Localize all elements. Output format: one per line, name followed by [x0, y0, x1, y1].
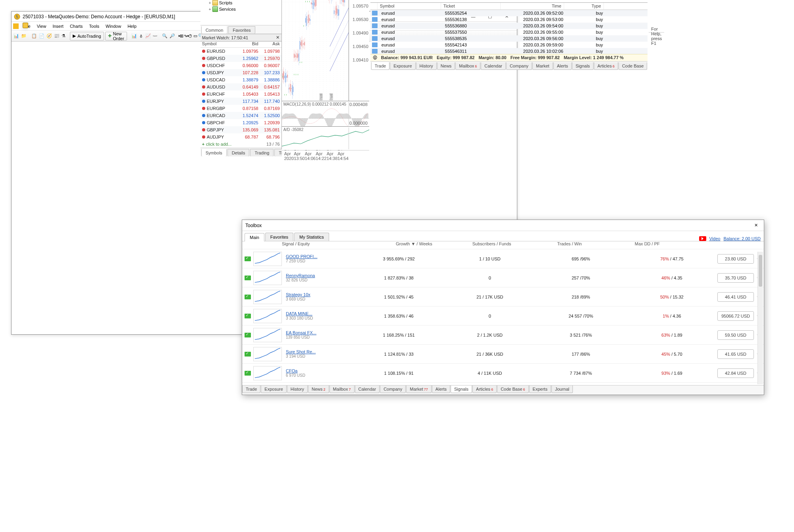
terminal-tab-alerts[interactable]: Alerts — [553, 62, 572, 70]
shift-chart-button[interactable]: ⇤ ∿ ⏱ ▭ 🔍 2 — [191, 32, 199, 40]
terminal-tab-mailbox[interactable]: Mailbox6 — [455, 62, 480, 70]
toolbox-window[interactable]: Toolbox ✕ MainFavoritesMy Statistics Vid… — [242, 220, 764, 395]
terminal-tab-market[interactable]: Market — [532, 62, 553, 70]
col-ticket[interactable]: Ticket — [441, 3, 501, 10]
tick-chart-button[interactable]: 〰 — [152, 32, 158, 40]
market-watch-close-icon[interactable]: ✕ — [275, 35, 281, 40]
symbol-row-gbpjpy[interactable]: GBPJPY135.069135.081 — [200, 126, 281, 133]
symbol-row-usdchf[interactable]: USDCHF0.960000.96007 — [200, 62, 281, 69]
menu-help[interactable]: Help — [124, 23, 140, 30]
signal-row[interactable]: Strategy 10x3 669 USD 1 501.92% / 45 21 … — [242, 287, 764, 306]
terminal-tab-company[interactable]: Company — [506, 62, 532, 70]
toolbox-tab-main[interactable]: Main — [245, 233, 264, 241]
navigator-tree[interactable]: MetaTrader 5+Accounts+Subscriptions-Indi… — [200, 0, 281, 25]
symbol-row-eurcad[interactable]: EURCAD1.524741.52500 — [200, 112, 281, 119]
balance-link[interactable]: Balance: 2.00 USD — [723, 236, 761, 241]
trade-row[interactable]: eurusd5555385352020.03.26 09:56:00buy — [370, 35, 648, 42]
col-growth[interactable]: Growth ▼ / Weeks — [375, 241, 453, 249]
subscribe-price-button[interactable]: 41.65 USD — [717, 349, 754, 359]
mw-tab-trading[interactable]: Trading — [250, 149, 274, 156]
symbol-row-usdjpy[interactable]: USDJPY107.228107.233 — [200, 69, 281, 76]
signal-row[interactable]: RennyRamona32 826 USD 1 827.83% / 38 0 2… — [242, 268, 764, 287]
symbol-row-gbpusd[interactable]: GBPUSD1.259621.25970 — [200, 55, 281, 62]
terminal-tab-calendar[interactable]: Calendar — [481, 62, 506, 70]
toolbox-bottom-tab-journal[interactable]: Journal — [551, 386, 573, 393]
toolbox-bottom-tab-experts[interactable]: Experts — [529, 386, 551, 393]
menu-view[interactable]: View — [34, 23, 50, 30]
subscribe-price-button[interactable]: 23.80 USD — [717, 254, 754, 264]
col-time[interactable]: Time — [501, 3, 564, 10]
toolbox-bottom-tab-company[interactable]: Company — [380, 386, 406, 393]
toolbox-bottom-tab-mailbox[interactable]: Mailbox7 — [330, 386, 355, 393]
symbol-row-eurchf[interactable]: EURCHF1.054031.05413 — [200, 91, 281, 98]
profiles-button[interactable]: 📁 — [21, 32, 27, 40]
terminal-tab-code base[interactable]: Code Base — [619, 62, 647, 70]
video-link[interactable]: Video — [709, 236, 721, 241]
col-bid[interactable]: Bid — [237, 41, 258, 47]
trade-row[interactable]: eurusd5555375502020.03.26 09:55:00buy — [370, 29, 648, 35]
terminal-tab-signals[interactable]: Signals — [572, 62, 594, 70]
col-signal-equity[interactable]: Signal / Equity — [282, 241, 375, 249]
signal-name[interactable]: Sure Shot Re... — [286, 349, 353, 354]
subscribe-price-button[interactable]: 42.84 USD — [717, 368, 754, 378]
terminal-button[interactable]: 📰 — [54, 32, 60, 40]
symbol-row-usdcad[interactable]: USDCAD1.388791.38886 — [200, 76, 281, 83]
toolbox-bottom-tab-news[interactable]: News2 — [308, 386, 329, 393]
periods-button[interactable]: ⏱ — [188, 32, 193, 40]
toolbox-bottom-tab-market[interactable]: Market77 — [406, 386, 432, 393]
mw-tab-details[interactable]: Details — [227, 149, 250, 156]
signals-rows[interactable]: GOOD PROFI...7 259 USD 3 955.69% / 292 1… — [242, 249, 764, 385]
menu-charts[interactable]: Charts — [67, 23, 86, 30]
menu-window[interactable]: Window — [102, 23, 124, 30]
col-trades[interactable]: Trades / Win — [531, 241, 609, 249]
market-watch-add[interactable]: +click to add... 13 / 76 — [200, 141, 281, 148]
trade-row[interactable]: eurusd5555368802020.03.26 09:54:00buy — [370, 23, 648, 29]
subscribe-price-button[interactable]: 95066.72 USD — [717, 311, 754, 321]
signal-row[interactable]: GOOD PROFI...7 259 USD 3 955.69% / 292 1… — [242, 249, 764, 268]
symbol-row-eurgbp[interactable]: EURGBP0.871580.87169 — [200, 105, 281, 112]
symbol-row-gbpchf[interactable]: GBPCHF1.209251.20939 — [200, 119, 281, 126]
mw-tab-symbols[interactable]: Symbols — [201, 149, 227, 156]
trade-row[interactable]: eurusd5555463112020.03.26 10:02:06buy — [370, 48, 648, 54]
signal-name[interactable]: RennyRamona — [286, 273, 353, 278]
trade-row[interactable]: eurusd5555421432020.03.26 09:59:00buy — [370, 42, 648, 48]
terminal-tab-articles[interactable]: Articles6 — [594, 62, 618, 70]
toolbox-bottom-tab-exposure[interactable]: Exposure — [261, 386, 286, 393]
symbol-row-eurusd[interactable]: EURUSD1.097951.09798 — [200, 48, 281, 55]
data-window-button[interactable]: 📄 — [39, 32, 45, 40]
toolbox-tab-my-statistics[interactable]: My Statistics — [294, 233, 329, 241]
signal-name[interactable]: CFOa — [286, 368, 353, 373]
menu-tools[interactable]: Tools — [86, 23, 102, 30]
subscribe-price-button[interactable]: 46.41 USD — [717, 292, 754, 302]
candlestick-button[interactable]: 🕯 — [139, 32, 144, 40]
zoom-in-button[interactable]: 🔍 — [162, 32, 168, 40]
toolbox-bottom-tab-calendar[interactable]: Calendar — [355, 386, 380, 393]
autotrading-button[interactable]: ▶ AutoTrading — [70, 32, 104, 40]
bar-chart-button[interactable]: 📊 — [131, 32, 137, 40]
zoom-out-button[interactable]: 🔎 — [169, 32, 175, 40]
strategy-tester-button[interactable]: ⚗ — [61, 32, 66, 40]
signal-row[interactable]: Sure Shot Re...3 194 USD 1 124.81% / 33 … — [242, 345, 764, 364]
tree-node-services[interactable]: +Services — [200, 6, 281, 12]
col-subscribers[interactable]: Subscribers / Funds — [453, 241, 531, 249]
col-symbol[interactable]: Symbol — [202, 41, 237, 47]
market-watch-header[interactable]: Market Watch: 17:50:41 ✕ — [200, 34, 281, 41]
subscribe-price-button[interactable]: 59.50 USD — [717, 330, 754, 340]
expand-icon[interactable]: + — [208, 7, 212, 12]
toolbox-tab-favorites[interactable]: Favorites — [265, 233, 293, 241]
signal-name[interactable]: EA Bonsai FX... — [286, 330, 353, 335]
nav-tab-favorites[interactable]: Favorites — [228, 26, 255, 34]
chart-canvas[interactable]: 15:30 15:56 SELL ▾ 1.00 BUY — [282, 0, 369, 101]
expand-icon[interactable]: + — [208, 1, 212, 5]
signal-row[interactable]: CFOa6 970 USD 1 108.15% / 91 4 / 11K USD… — [242, 364, 764, 383]
indicators-button[interactable]: ∿ — [183, 32, 188, 40]
new-chart-button[interactable]: 📊 — [13, 32, 19, 40]
toolbox-bottom-tab-history[interactable]: History — [287, 386, 308, 393]
toolbox-bottom-tab-alerts[interactable]: Alerts — [432, 386, 450, 393]
col-symbol[interactable]: Symbol — [378, 3, 441, 10]
toolbox-titlebar[interactable]: Toolbox ✕ — [242, 220, 764, 231]
symbol-row-eurjpy[interactable]: EURJPY117.734117.740 — [200, 98, 281, 105]
terminal-tab-exposure[interactable]: Exposure — [390, 62, 415, 70]
toolbox-scrollbar[interactable] — [757, 252, 763, 384]
navigator-button[interactable]: 🧭 — [46, 32, 52, 40]
